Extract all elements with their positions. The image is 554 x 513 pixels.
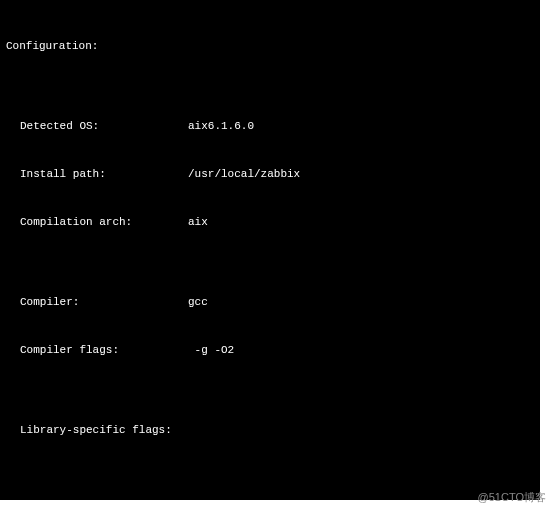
config-header: Configuration: — [6, 38, 534, 54]
install-path-row: Install path:/usr/local/zabbix — [6, 166, 534, 182]
enable-server-row: Enable server:no — [6, 502, 534, 513]
install-path-label: Install path: — [20, 166, 188, 182]
watermark: @51CTO博客 — [478, 490, 546, 505]
enable-server-value: no — [188, 502, 201, 513]
compilation-arch-value: aix — [188, 214, 208, 230]
detected-os-row: Detected OS:aix6.1.6.0 — [6, 118, 534, 134]
install-path-value: /usr/local/zabbix — [188, 166, 300, 182]
detected-os-value: aix6.1.6.0 — [188, 118, 254, 134]
compiler-row: Compiler:gcc — [6, 294, 534, 310]
compiler-label: Compiler: — [20, 294, 188, 310]
compiler-flags-row: Compiler flags: -g -O2 — [6, 342, 534, 358]
detected-os-label: Detected OS: — [20, 118, 188, 134]
library-flags-header: Library-specific flags: — [6, 422, 534, 438]
compiler-flags-value: -g -O2 — [188, 342, 234, 358]
enable-server-label: Enable server: — [20, 502, 188, 513]
compiler-value: gcc — [188, 294, 208, 310]
compilation-arch-label: Compilation arch: — [20, 214, 188, 230]
compilation-arch-row: Compilation arch:aix — [6, 214, 534, 230]
compiler-flags-label: Compiler flags: — [20, 342, 188, 358]
terminal-output: Configuration: Detected OS:aix6.1.6.0 In… — [0, 0, 540, 500]
